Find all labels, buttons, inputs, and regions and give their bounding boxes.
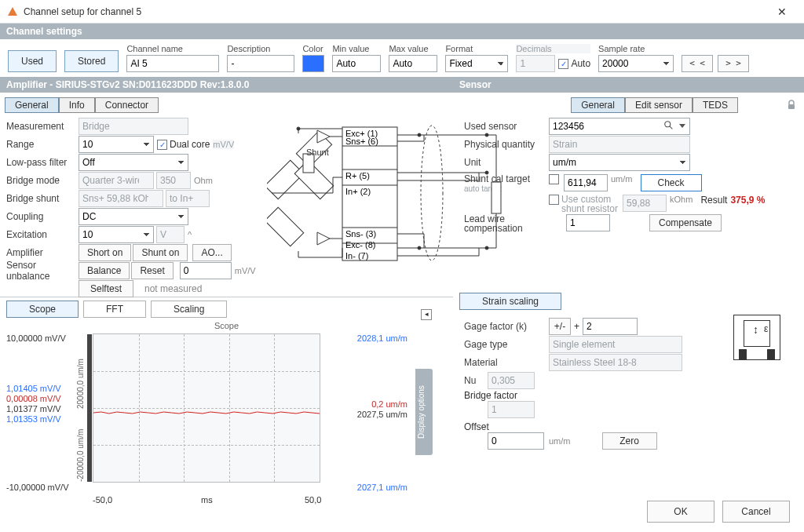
- sample-rate-select[interactable]: 20000: [598, 55, 674, 72]
- gage-type-label: Gage type: [464, 339, 549, 350]
- max-value-input[interactable]: [389, 55, 437, 72]
- description-input[interactable]: [227, 55, 294, 72]
- min-value-input[interactable]: [332, 55, 381, 72]
- dual-core-checkbox[interactable]: ✓Dual core: [157, 139, 210, 150]
- offset-input[interactable]: [488, 432, 544, 450]
- shunt-target-unit: um/m: [611, 174, 633, 184]
- next-channel-button[interactable]: > >: [718, 55, 749, 72]
- offset-unit: um/m: [549, 436, 571, 446]
- auto-target-checkbox[interactable]: [549, 174, 559, 184]
- sensor-tab-teds[interactable]: TEDS: [693, 97, 738, 113]
- format-label: Format: [445, 44, 508, 53]
- y-right-1: 0,2 um/m: [371, 399, 407, 409]
- strain-scaling-tab[interactable]: Strain scaling: [459, 293, 561, 310]
- format-select[interactable]: Fixed: [445, 55, 508, 72]
- svg-rect-1: [788, 104, 795, 109]
- coupling-select[interactable]: DC: [79, 208, 188, 225]
- auto-decimals-checkbox[interactable]: ✓Auto: [558, 58, 590, 69]
- excitation-select[interactable]: 10: [79, 226, 154, 243]
- channel-name-input[interactable]: [126, 55, 219, 72]
- color-swatch[interactable]: [302, 55, 324, 72]
- lock-icon[interactable]: [785, 99, 798, 111]
- y2-top: 20000,0 um/m: [76, 359, 85, 409]
- x-right: 50,0: [305, 495, 321, 505]
- svg-text:R+ (5): R+ (5): [345, 171, 370, 180]
- lpf-select[interactable]: Off: [79, 154, 188, 171]
- prev-channel-button[interactable]: < <: [682, 55, 713, 72]
- gage-factor-sign-button[interactable]: +/-: [549, 318, 571, 335]
- zero-button[interactable]: Zero: [602, 432, 657, 450]
- search-icon[interactable]: [663, 120, 674, 131]
- gage-factor-input[interactable]: [583, 318, 638, 335]
- shunt-on-button[interactable]: Shunt on: [133, 244, 188, 261]
- result-value: 375,9 %: [730, 195, 765, 206]
- shunt-target-input[interactable]: [564, 174, 608, 191]
- scope-chart: Scope 10,00000 mV/V -10,00000 mV/V 1,014…: [6, 321, 447, 506]
- gage-type-select: Single element: [549, 336, 682, 353]
- balance-button[interactable]: Balance: [79, 262, 130, 279]
- y-inner-3: 1,01353 mV/V: [6, 414, 61, 424]
- ok-button[interactable]: OK: [647, 501, 714, 523]
- used-button[interactable]: Used: [8, 50, 57, 72]
- fft-tab[interactable]: FFT: [83, 301, 146, 318]
- collapse-button[interactable]: ◂: [421, 309, 432, 320]
- custom-shunt-checkbox[interactable]: [549, 195, 559, 205]
- tab-general[interactable]: General: [5, 97, 59, 113]
- bridge-factor-label: Bridge factor: [464, 390, 517, 401]
- min-value-label: Min value: [332, 44, 381, 53]
- unbalance-value-input[interactable]: [180, 262, 232, 279]
- lead-wire-input[interactable]: [566, 214, 610, 231]
- check-button[interactable]: Check: [641, 174, 702, 191]
- selftest-button[interactable]: Selftest: [79, 280, 133, 297]
- x-mid: ms: [201, 495, 213, 505]
- range-label: Range: [6, 139, 79, 150]
- svg-text:Exc- (8): Exc- (8): [345, 240, 376, 250]
- scope-tab[interactable]: Scope: [6, 301, 79, 318]
- svg-marker-0: [8, 7, 17, 16]
- gage-sign: +: [574, 321, 579, 332]
- sensor-dropdown-icon[interactable]: [679, 124, 685, 128]
- svg-rect-44: [492, 182, 501, 213]
- close-icon[interactable]: ✕: [766, 5, 798, 18]
- ao-button[interactable]: AO...: [192, 244, 231, 261]
- sensor-tab-edit[interactable]: Edit sensor: [625, 97, 693, 113]
- app-icon: [6, 5, 19, 18]
- compensate-button[interactable]: Compensate: [649, 214, 722, 231]
- cancel-button[interactable]: Cancel: [722, 501, 790, 523]
- svg-text:Sns- (3): Sns- (3): [345, 229, 376, 239]
- coupling-label: Coupling: [6, 211, 79, 222]
- decimals-label: Decimals: [516, 44, 590, 53]
- bridge-mode-select: Quarter 3-wire: [79, 172, 154, 189]
- tab-connector[interactable]: Connector: [95, 97, 159, 113]
- scaling-tab[interactable]: Scaling: [151, 301, 227, 318]
- range-select[interactable]: 10: [79, 136, 154, 153]
- description-label: Description: [227, 44, 294, 53]
- svg-text:Sns+ (6): Sns+ (6): [345, 137, 378, 146]
- y-inner-1: 0,00008 mV/V: [6, 394, 61, 403]
- reset-button[interactable]: Reset: [131, 262, 173, 279]
- material-label: Material: [464, 357, 549, 368]
- offset-label: Offset: [464, 421, 489, 432]
- display-options-tab[interactable]: Display options: [415, 369, 433, 455]
- lpf-label: Low-pass filter: [6, 157, 79, 168]
- unit-select[interactable]: um/m: [549, 154, 690, 171]
- svg-line-3: [670, 126, 673, 129]
- svg-point-40: [418, 246, 421, 250]
- svg-marker-12: [317, 232, 330, 245]
- y-inner-0: 1,01405 mV/V: [6, 384, 61, 393]
- svg-point-34: [485, 171, 488, 174]
- channel-settings-header: Channel settings: [0, 24, 804, 39]
- y-right-3: 2027,1 um/m: [357, 483, 407, 492]
- sensor-header: Sensor: [453, 77, 804, 93]
- sensor-tab-general[interactable]: General: [571, 97, 625, 113]
- decimals-input: [516, 55, 555, 72]
- tab-info[interactable]: Info: [59, 97, 95, 113]
- short-on-button[interactable]: Short on: [79, 244, 131, 261]
- bridge-diagram: Shunt Exc+ (1) Sns+ (6) R+ (5) In+ (2) S…: [267, 122, 502, 295]
- stored-button[interactable]: Stored: [64, 50, 119, 72]
- excitation-unit-select: V: [156, 226, 185, 243]
- amplifier-header: Amplifier - SIRIUS-STGv2 SN:D011623DDD R…: [0, 77, 453, 93]
- sensor-unbalance-label: Sensor unbalance: [6, 260, 79, 282]
- y-right-0: 2028,1 um/m: [357, 333, 407, 343]
- measurement-label: Measurement: [6, 121, 79, 132]
